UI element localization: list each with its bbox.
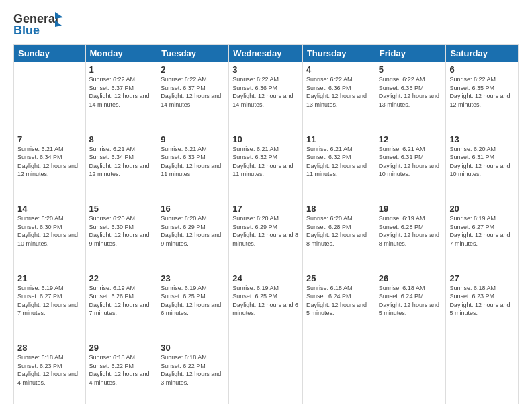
day-number: 3: [232, 64, 299, 75]
week-row: 14Sunrise: 6:20 AMSunset: 6:30 PMDayligh…: [14, 201, 519, 271]
table-row: 28Sunrise: 6:18 AMSunset: 6:23 PMDayligh…: [14, 340, 86, 404]
day-number: 14: [17, 203, 82, 214]
day-number: 17: [232, 203, 299, 214]
day-number: 18: [306, 203, 371, 214]
table-row: 1Sunrise: 6:22 AMSunset: 6:37 PMDaylight…: [85, 62, 157, 132]
table-row: 3Sunrise: 6:22 AMSunset: 6:36 PMDaylight…: [229, 62, 303, 132]
table-row: 26Sunrise: 6:18 AMSunset: 6:24 PMDayligh…: [375, 271, 446, 340]
table-row: 25Sunrise: 6:18 AMSunset: 6:24 PMDayligh…: [302, 271, 375, 340]
table-row: 4Sunrise: 6:22 AMSunset: 6:36 PMDaylight…: [302, 62, 375, 132]
table-row: 13Sunrise: 6:20 AMSunset: 6:31 PMDayligh…: [446, 132, 519, 201]
col-monday: Monday: [85, 45, 157, 62]
col-thursday: Thursday: [302, 45, 375, 62]
day-info: Sunrise: 6:20 AMSunset: 6:29 PMDaylight:…: [232, 214, 299, 248]
col-wednesday: Wednesday: [229, 45, 303, 62]
day-info: Sunrise: 6:22 AMSunset: 6:37 PMDaylight:…: [161, 75, 225, 109]
table-row: 10Sunrise: 6:21 AMSunset: 6:32 PMDayligh…: [229, 132, 303, 201]
day-info: Sunrise: 6:20 AMSunset: 6:28 PMDaylight:…: [306, 214, 371, 248]
table-row: 27Sunrise: 6:18 AMSunset: 6:23 PMDayligh…: [446, 271, 519, 340]
day-number: 7: [17, 134, 82, 144]
day-info: Sunrise: 6:18 AMSunset: 6:24 PMDaylight:…: [379, 284, 443, 318]
day-info: Sunrise: 6:22 AMSunset: 6:35 PMDaylight:…: [449, 75, 515, 109]
day-info: Sunrise: 6:18 AMSunset: 6:22 PMDaylight:…: [89, 353, 154, 387]
day-info: Sunrise: 6:20 AMSunset: 6:29 PMDaylight:…: [161, 214, 225, 248]
table-row: 8Sunrise: 6:21 AMSunset: 6:34 PMDaylight…: [85, 132, 157, 201]
day-info: Sunrise: 6:19 AMSunset: 6:26 PMDaylight:…: [89, 284, 154, 318]
day-number: 15: [89, 203, 154, 214]
table-row: 18Sunrise: 6:20 AMSunset: 6:28 PMDayligh…: [302, 201, 375, 271]
day-number: 11: [306, 134, 371, 144]
day-info: Sunrise: 6:20 AMSunset: 6:31 PMDaylight:…: [449, 145, 515, 179]
table-row: 7Sunrise: 6:21 AMSunset: 6:34 PMDaylight…: [14, 132, 86, 201]
day-info: Sunrise: 6:21 AMSunset: 6:32 PMDaylight:…: [306, 145, 371, 179]
col-sunday: Sunday: [14, 45, 86, 62]
table-row: 21Sunrise: 6:19 AMSunset: 6:27 PMDayligh…: [14, 271, 86, 340]
day-number: 20: [449, 203, 515, 214]
day-number: 6: [449, 64, 515, 75]
day-number: 8: [89, 134, 154, 144]
table-row: 2Sunrise: 6:22 AMSunset: 6:37 PMDaylight…: [157, 62, 229, 132]
day-number: 13: [449, 134, 515, 144]
day-info: Sunrise: 6:20 AMSunset: 6:30 PMDaylight:…: [17, 214, 82, 248]
table-row: 5Sunrise: 6:22 AMSunset: 6:35 PMDaylight…: [375, 62, 446, 132]
week-row: 28Sunrise: 6:18 AMSunset: 6:23 PMDayligh…: [14, 340, 519, 404]
day-info: Sunrise: 6:18 AMSunset: 6:22 PMDaylight:…: [161, 353, 225, 387]
day-info: Sunrise: 6:22 AMSunset: 6:37 PMDaylight:…: [89, 75, 154, 109]
day-number: 16: [161, 203, 225, 214]
day-info: Sunrise: 6:21 AMSunset: 6:32 PMDaylight:…: [232, 145, 299, 179]
day-info: Sunrise: 6:22 AMSunset: 6:36 PMDaylight:…: [232, 75, 299, 109]
day-info: Sunrise: 6:18 AMSunset: 6:24 PMDaylight:…: [306, 284, 371, 318]
calendar-table: Sunday Monday Tuesday Wednesday Thursday…: [13, 44, 519, 404]
day-info: Sunrise: 6:20 AMSunset: 6:30 PMDaylight:…: [89, 214, 154, 248]
day-info: Sunrise: 6:22 AMSunset: 6:36 PMDaylight:…: [306, 75, 371, 109]
day-number: 27: [449, 273, 515, 283]
logo-svg: GeneralBlue: [13, 11, 67, 38]
table-row: [14, 62, 86, 132]
table-row: [302, 340, 375, 404]
table-row: 29Sunrise: 6:18 AMSunset: 6:22 PMDayligh…: [85, 340, 157, 404]
page: GeneralBlue Sunday Monday Tuesday Wednes…: [0, 0, 532, 411]
table-row: 30Sunrise: 6:18 AMSunset: 6:22 PMDayligh…: [157, 340, 229, 404]
col-tuesday: Tuesday: [157, 45, 229, 62]
table-row: [375, 340, 446, 404]
day-number: 30: [161, 342, 225, 353]
week-row: 1Sunrise: 6:22 AMSunset: 6:37 PMDaylight…: [14, 62, 519, 132]
day-info: Sunrise: 6:21 AMSunset: 6:33 PMDaylight:…: [161, 145, 225, 179]
table-row: [446, 340, 519, 404]
table-row: 6Sunrise: 6:22 AMSunset: 6:35 PMDaylight…: [446, 62, 519, 132]
day-number: 19: [379, 203, 443, 214]
table-row: 19Sunrise: 6:19 AMSunset: 6:28 PMDayligh…: [375, 201, 446, 271]
day-number: 4: [306, 64, 371, 75]
day-number: 26: [379, 273, 443, 283]
day-info: Sunrise: 6:21 AMSunset: 6:34 PMDaylight:…: [17, 145, 82, 179]
day-info: Sunrise: 6:21 AMSunset: 6:34 PMDaylight:…: [89, 145, 154, 179]
day-info: Sunrise: 6:19 AMSunset: 6:27 PMDaylight:…: [17, 284, 82, 318]
week-row: 7Sunrise: 6:21 AMSunset: 6:34 PMDaylight…: [14, 132, 519, 201]
table-row: 24Sunrise: 6:19 AMSunset: 6:25 PMDayligh…: [229, 271, 303, 340]
table-row: [229, 340, 303, 404]
svg-marker-2: [55, 12, 63, 19]
day-info: Sunrise: 6:18 AMSunset: 6:23 PMDaylight:…: [449, 284, 515, 318]
day-info: Sunrise: 6:21 AMSunset: 6:31 PMDaylight:…: [379, 145, 443, 179]
day-info: Sunrise: 6:19 AMSunset: 6:28 PMDaylight:…: [379, 214, 443, 248]
table-row: 23Sunrise: 6:19 AMSunset: 6:25 PMDayligh…: [157, 271, 229, 340]
col-saturday: Saturday: [446, 45, 519, 62]
day-number: 10: [232, 134, 299, 144]
table-row: 20Sunrise: 6:19 AMSunset: 6:27 PMDayligh…: [446, 201, 519, 271]
day-number: 25: [306, 273, 371, 283]
day-number: 12: [379, 134, 443, 144]
day-number: 5: [379, 64, 443, 75]
day-info: Sunrise: 6:19 AMSunset: 6:25 PMDaylight:…: [161, 284, 225, 318]
logo: GeneralBlue: [13, 11, 67, 38]
table-row: 9Sunrise: 6:21 AMSunset: 6:33 PMDaylight…: [157, 132, 229, 201]
header: GeneralBlue: [13, 11, 519, 38]
header-row: Sunday Monday Tuesday Wednesday Thursday…: [14, 45, 519, 62]
week-row: 21Sunrise: 6:19 AMSunset: 6:27 PMDayligh…: [14, 271, 519, 340]
day-number: 23: [161, 273, 225, 283]
day-number: 9: [161, 134, 225, 144]
day-number: 24: [232, 273, 299, 283]
col-friday: Friday: [375, 45, 446, 62]
table-row: 17Sunrise: 6:20 AMSunset: 6:29 PMDayligh…: [229, 201, 303, 271]
day-number: 29: [89, 342, 154, 353]
day-number: 1: [89, 64, 154, 75]
